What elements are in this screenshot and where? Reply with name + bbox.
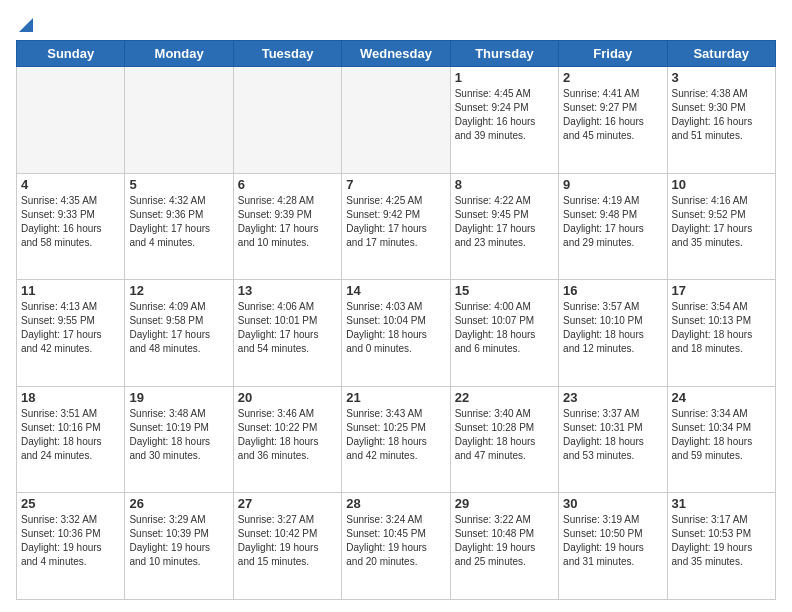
day-number: 11 — [21, 283, 120, 298]
calendar-cell — [17, 67, 125, 174]
calendar-cell: 24Sunrise: 3:34 AM Sunset: 10:34 PM Dayl… — [667, 386, 775, 493]
day-number: 16 — [563, 283, 662, 298]
calendar-cell: 30Sunrise: 3:19 AM Sunset: 10:50 PM Dayl… — [559, 493, 667, 600]
calendar-cell: 25Sunrise: 3:32 AM Sunset: 10:36 PM Dayl… — [17, 493, 125, 600]
day-info: Sunrise: 4:03 AM Sunset: 10:04 PM Daylig… — [346, 300, 445, 356]
day-number: 28 — [346, 496, 445, 511]
day-number: 14 — [346, 283, 445, 298]
day-info: Sunrise: 4:32 AM Sunset: 9:36 PM Dayligh… — [129, 194, 228, 250]
svg-marker-0 — [19, 18, 33, 32]
calendar-cell — [342, 67, 450, 174]
weekday-thursday: Thursday — [450, 41, 558, 67]
weekday-tuesday: Tuesday — [233, 41, 341, 67]
day-info: Sunrise: 3:37 AM Sunset: 10:31 PM Daylig… — [563, 407, 662, 463]
weekday-sunday: Sunday — [17, 41, 125, 67]
calendar-cell: 19Sunrise: 3:48 AM Sunset: 10:19 PM Dayl… — [125, 386, 233, 493]
day-info: Sunrise: 4:16 AM Sunset: 9:52 PM Dayligh… — [672, 194, 771, 250]
calendar-cell: 2Sunrise: 4:41 AM Sunset: 9:27 PM Daylig… — [559, 67, 667, 174]
day-info: Sunrise: 3:54 AM Sunset: 10:13 PM Daylig… — [672, 300, 771, 356]
calendar-cell: 5Sunrise: 4:32 AM Sunset: 9:36 PM Daylig… — [125, 173, 233, 280]
day-info: Sunrise: 3:17 AM Sunset: 10:53 PM Daylig… — [672, 513, 771, 569]
calendar-cell: 11Sunrise: 4:13 AM Sunset: 9:55 PM Dayli… — [17, 280, 125, 387]
day-number: 19 — [129, 390, 228, 405]
calendar-cell: 28Sunrise: 3:24 AM Sunset: 10:45 PM Dayl… — [342, 493, 450, 600]
day-number: 4 — [21, 177, 120, 192]
calendar-cell: 6Sunrise: 4:28 AM Sunset: 9:39 PM Daylig… — [233, 173, 341, 280]
day-number: 8 — [455, 177, 554, 192]
weekday-friday: Friday — [559, 41, 667, 67]
day-number: 7 — [346, 177, 445, 192]
weekday-saturday: Saturday — [667, 41, 775, 67]
day-number: 6 — [238, 177, 337, 192]
day-info: Sunrise: 4:09 AM Sunset: 9:58 PM Dayligh… — [129, 300, 228, 356]
calendar-week-4: 18Sunrise: 3:51 AM Sunset: 10:16 PM Dayl… — [17, 386, 776, 493]
calendar-cell: 14Sunrise: 4:03 AM Sunset: 10:04 PM Dayl… — [342, 280, 450, 387]
calendar-week-5: 25Sunrise: 3:32 AM Sunset: 10:36 PM Dayl… — [17, 493, 776, 600]
day-info: Sunrise: 4:00 AM Sunset: 10:07 PM Daylig… — [455, 300, 554, 356]
day-number: 2 — [563, 70, 662, 85]
calendar-week-2: 4Sunrise: 4:35 AM Sunset: 9:33 PM Daylig… — [17, 173, 776, 280]
logo — [16, 16, 33, 32]
calendar-cell: 4Sunrise: 4:35 AM Sunset: 9:33 PM Daylig… — [17, 173, 125, 280]
day-number: 24 — [672, 390, 771, 405]
day-number: 29 — [455, 496, 554, 511]
day-number: 18 — [21, 390, 120, 405]
day-number: 13 — [238, 283, 337, 298]
day-info: Sunrise: 4:35 AM Sunset: 9:33 PM Dayligh… — [21, 194, 120, 250]
day-number: 25 — [21, 496, 120, 511]
calendar-cell: 8Sunrise: 4:22 AM Sunset: 9:45 PM Daylig… — [450, 173, 558, 280]
day-number: 12 — [129, 283, 228, 298]
calendar-week-1: 1Sunrise: 4:45 AM Sunset: 9:24 PM Daylig… — [17, 67, 776, 174]
day-number: 27 — [238, 496, 337, 511]
day-number: 9 — [563, 177, 662, 192]
day-number: 22 — [455, 390, 554, 405]
day-info: Sunrise: 4:19 AM Sunset: 9:48 PM Dayligh… — [563, 194, 662, 250]
calendar-cell: 13Sunrise: 4:06 AM Sunset: 10:01 PM Dayl… — [233, 280, 341, 387]
weekday-wednesday: Wednesday — [342, 41, 450, 67]
day-info: Sunrise: 4:38 AM Sunset: 9:30 PM Dayligh… — [672, 87, 771, 143]
day-number: 21 — [346, 390, 445, 405]
calendar-cell: 29Sunrise: 3:22 AM Sunset: 10:48 PM Dayl… — [450, 493, 558, 600]
day-info: Sunrise: 4:45 AM Sunset: 9:24 PM Dayligh… — [455, 87, 554, 143]
day-number: 3 — [672, 70, 771, 85]
day-number: 5 — [129, 177, 228, 192]
calendar-cell: 18Sunrise: 3:51 AM Sunset: 10:16 PM Dayl… — [17, 386, 125, 493]
calendar-cell: 27Sunrise: 3:27 AM Sunset: 10:42 PM Dayl… — [233, 493, 341, 600]
day-info: Sunrise: 4:13 AM Sunset: 9:55 PM Dayligh… — [21, 300, 120, 356]
header — [16, 16, 776, 32]
day-number: 10 — [672, 177, 771, 192]
day-info: Sunrise: 3:27 AM Sunset: 10:42 PM Daylig… — [238, 513, 337, 569]
day-info: Sunrise: 3:32 AM Sunset: 10:36 PM Daylig… — [21, 513, 120, 569]
calendar-cell — [125, 67, 233, 174]
day-info: Sunrise: 4:22 AM Sunset: 9:45 PM Dayligh… — [455, 194, 554, 250]
logo-triangle-icon — [19, 18, 33, 32]
day-number: 31 — [672, 496, 771, 511]
day-info: Sunrise: 4:06 AM Sunset: 10:01 PM Daylig… — [238, 300, 337, 356]
day-info: Sunrise: 3:29 AM Sunset: 10:39 PM Daylig… — [129, 513, 228, 569]
calendar-cell: 31Sunrise: 3:17 AM Sunset: 10:53 PM Dayl… — [667, 493, 775, 600]
day-info: Sunrise: 3:40 AM Sunset: 10:28 PM Daylig… — [455, 407, 554, 463]
calendar-week-3: 11Sunrise: 4:13 AM Sunset: 9:55 PM Dayli… — [17, 280, 776, 387]
day-number: 23 — [563, 390, 662, 405]
day-info: Sunrise: 4:28 AM Sunset: 9:39 PM Dayligh… — [238, 194, 337, 250]
day-number: 30 — [563, 496, 662, 511]
weekday-header-row: SundayMondayTuesdayWednesdayThursdayFrid… — [17, 41, 776, 67]
calendar-cell — [233, 67, 341, 174]
day-info: Sunrise: 3:43 AM Sunset: 10:25 PM Daylig… — [346, 407, 445, 463]
page: SundayMondayTuesdayWednesdayThursdayFrid… — [0, 0, 792, 612]
day-info: Sunrise: 3:48 AM Sunset: 10:19 PM Daylig… — [129, 407, 228, 463]
day-info: Sunrise: 4:41 AM Sunset: 9:27 PM Dayligh… — [563, 87, 662, 143]
calendar-cell: 16Sunrise: 3:57 AM Sunset: 10:10 PM Dayl… — [559, 280, 667, 387]
calendar-body: 1Sunrise: 4:45 AM Sunset: 9:24 PM Daylig… — [17, 67, 776, 600]
day-number: 1 — [455, 70, 554, 85]
weekday-monday: Monday — [125, 41, 233, 67]
calendar-cell: 7Sunrise: 4:25 AM Sunset: 9:42 PM Daylig… — [342, 173, 450, 280]
day-info: Sunrise: 3:24 AM Sunset: 10:45 PM Daylig… — [346, 513, 445, 569]
day-number: 15 — [455, 283, 554, 298]
day-info: Sunrise: 3:57 AM Sunset: 10:10 PM Daylig… — [563, 300, 662, 356]
calendar-cell: 15Sunrise: 4:00 AM Sunset: 10:07 PM Dayl… — [450, 280, 558, 387]
calendar-cell: 3Sunrise: 4:38 AM Sunset: 9:30 PM Daylig… — [667, 67, 775, 174]
day-info: Sunrise: 3:34 AM Sunset: 10:34 PM Daylig… — [672, 407, 771, 463]
day-number: 20 — [238, 390, 337, 405]
calendar-cell: 23Sunrise: 3:37 AM Sunset: 10:31 PM Dayl… — [559, 386, 667, 493]
